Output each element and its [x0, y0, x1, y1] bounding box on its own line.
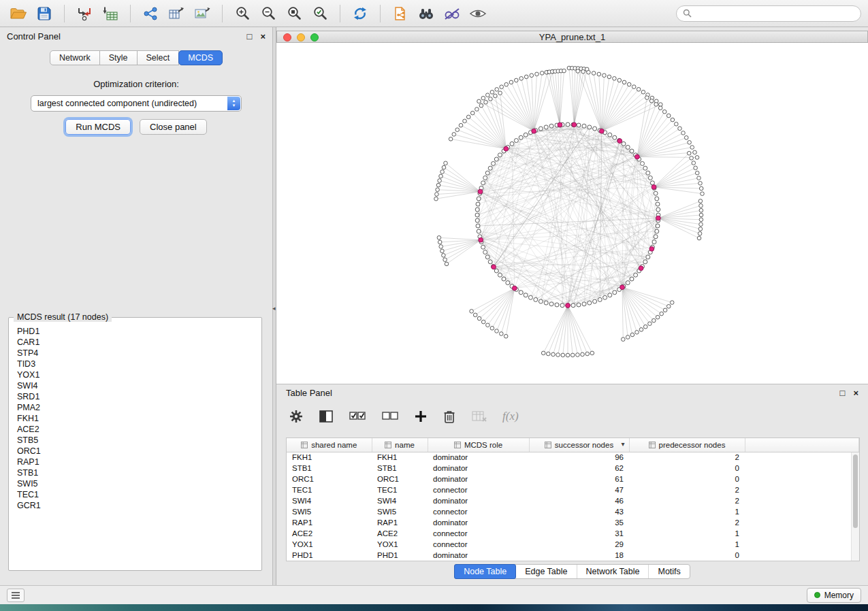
mcds-result-item[interactable]: STB5: [12, 435, 259, 446]
column-header-shared-name[interactable]: shared name: [287, 438, 372, 452]
table-row[interactable]: FKH1FKH1dominator962: [287, 452, 859, 463]
zoom-fit-button[interactable]: [283, 3, 306, 24]
close-traffic-light[interactable]: [283, 33, 291, 42]
tab-select[interactable]: Select: [137, 50, 180, 65]
select-all-button[interactable]: [349, 410, 366, 423]
criterion-dropdown[interactable]: largest connected component (undirected)…: [31, 95, 242, 112]
table-row[interactable]: YOX1YOX1connector291: [287, 539, 859, 550]
global-search-box[interactable]: [676, 5, 861, 22]
deselect-all-button[interactable]: [381, 410, 399, 423]
float-table-panel-icon[interactable]: □: [840, 389, 846, 397]
column-header-name[interactable]: name: [372, 438, 428, 452]
table-row[interactable]: ACE2ACE2connector311: [287, 528, 859, 539]
zoom-in-icon: [235, 5, 251, 21]
table-row[interactable]: SWI5SWI5connector431: [287, 506, 859, 517]
memory-label: Memory: [824, 591, 854, 600]
delete-column-button[interactable]: [443, 409, 456, 424]
column-header-MCDS-role[interactable]: MCDS role: [428, 438, 529, 452]
dropdown-stepper-icon: ▲ ▼: [227, 97, 240, 110]
cell-MCDS-role: dominator: [428, 463, 529, 474]
tab-network[interactable]: Network: [50, 50, 100, 65]
table-row[interactable]: PHD1PHD1dominator180: [287, 550, 859, 561]
network-window-titlebar[interactable]: YPA_prune.txt_1: [276, 31, 868, 43]
mcds-result-box: PHD1CAR1STP4TID3YOX1SWI4SRD1PMA2FKH1ACE2…: [8, 317, 262, 571]
minimize-traffic-light[interactable]: [297, 33, 305, 42]
import-network-icon: [76, 6, 93, 21]
tab-style[interactable]: Style: [99, 50, 138, 65]
mcds-result-item[interactable]: TEC1: [12, 489, 259, 500]
table-options-button[interactable]: [289, 409, 304, 424]
network-canvas[interactable]: [276, 43, 868, 384]
float-panel-icon[interactable]: □: [247, 32, 253, 41]
close-table-panel-icon[interactable]: ×: [853, 389, 858, 397]
mcds-result-item[interactable]: FKH1: [12, 413, 259, 424]
panel-menu-button[interactable]: [7, 589, 25, 602]
show-columns-button[interactable]: [319, 410, 334, 423]
cell-filler: [745, 495, 859, 506]
mcds-result-item[interactable]: STP4: [12, 348, 259, 359]
open-file-button[interactable]: [7, 3, 30, 24]
mcds-result-item[interactable]: ACE2: [12, 424, 259, 435]
toolbar-separator: [340, 5, 340, 22]
mcds-result-item[interactable]: PMA2: [12, 402, 259, 413]
filter-chevron-icon[interactable]: ▾: [621, 440, 624, 448]
deselect-all-icon: [381, 410, 399, 423]
mcds-result-item[interactable]: STB1: [12, 467, 259, 478]
refresh-layout-button[interactable]: [349, 3, 372, 24]
run-mcds-button[interactable]: Run MCDS: [65, 119, 131, 135]
mcds-result-item[interactable]: SRD1: [12, 391, 259, 402]
share-document-button[interactable]: [389, 3, 412, 24]
table-row[interactable]: SWI4SWI4dominator462: [287, 495, 859, 506]
export-image-button[interactable]: [191, 3, 214, 24]
search-network-button[interactable]: [415, 3, 438, 24]
cell-name: ACE2: [372, 528, 428, 539]
mcds-result-item[interactable]: ORC1: [12, 446, 259, 457]
cell-predecessor-nodes: 1: [629, 528, 745, 539]
table-scrollbar-thumb[interactable]: [853, 455, 858, 528]
export-network-button[interactable]: [139, 3, 162, 24]
add-column-button[interactable]: [414, 410, 428, 423]
splitter-collapse-icon[interactable]: ◂: [272, 305, 276, 312]
mcds-result-item[interactable]: PHD1: [12, 326, 259, 337]
zoom-in-button[interactable]: [231, 3, 254, 24]
hide-glasses-button[interactable]: [440, 3, 464, 24]
tab-motifs[interactable]: Motifs: [649, 565, 689, 578]
import-network-file-button[interactable]: [73, 3, 96, 24]
tab-node-table[interactable]: Node Table: [454, 564, 516, 579]
table-scrollbar[interactable]: [851, 452, 859, 561]
table-row[interactable]: ORC1ORC1dominator610: [287, 474, 859, 484]
network-graph[interactable]: [276, 43, 868, 384]
mcds-result-item[interactable]: GCR1: [12, 500, 259, 511]
memory-button[interactable]: Memory: [807, 588, 861, 603]
mcds-result-item[interactable]: CAR1: [12, 337, 259, 348]
table-row[interactable]: STB1STB1dominator620: [287, 463, 859, 474]
mcds-result-item[interactable]: RAP1: [12, 457, 259, 467]
tab-network-table[interactable]: Network Table: [577, 565, 649, 578]
mcds-result-item[interactable]: SWI4: [12, 380, 259, 391]
mcds-result-item[interactable]: SWI5: [12, 478, 259, 489]
cell-MCDS-role: connector: [428, 484, 529, 495]
column-header-predecessor-nodes[interactable]: predecessor nodes: [629, 438, 745, 452]
import-table-file-button[interactable]: [99, 3, 122, 24]
close-panel-icon[interactable]: ×: [260, 32, 266, 41]
column-grid-icon: [649, 442, 656, 448]
save-session-button[interactable]: [33, 3, 56, 24]
tab-mcds[interactable]: MCDS: [178, 50, 223, 65]
cell-MCDS-role: connector: [428, 539, 529, 550]
mcds-result-item[interactable]: TID3: [12, 359, 259, 369]
column-header-successor-nodes[interactable]: successor nodes▾: [529, 438, 629, 452]
cell-name: YOX1: [372, 539, 428, 550]
search-input[interactable]: [696, 9, 854, 18]
close-panel-button[interactable]: Close panel: [140, 119, 207, 135]
function-builder-button[interactable]: f(x): [502, 410, 519, 423]
zoom-out-button[interactable]: [257, 3, 280, 24]
zoom-selected-button[interactable]: [308, 3, 332, 24]
table-row[interactable]: TEC1TEC1connector472: [287, 484, 859, 495]
mcds-result-item[interactable]: YOX1: [12, 369, 259, 380]
tab-edge-table[interactable]: Edge Table: [516, 565, 577, 578]
cell-filler: [745, 539, 859, 550]
export-table-button[interactable]: [165, 3, 188, 24]
table-row[interactable]: RAP1RAP1dominator352: [287, 517, 859, 528]
show-eye-button[interactable]: [466, 3, 489, 24]
maximize-traffic-light[interactable]: [310, 33, 319, 42]
